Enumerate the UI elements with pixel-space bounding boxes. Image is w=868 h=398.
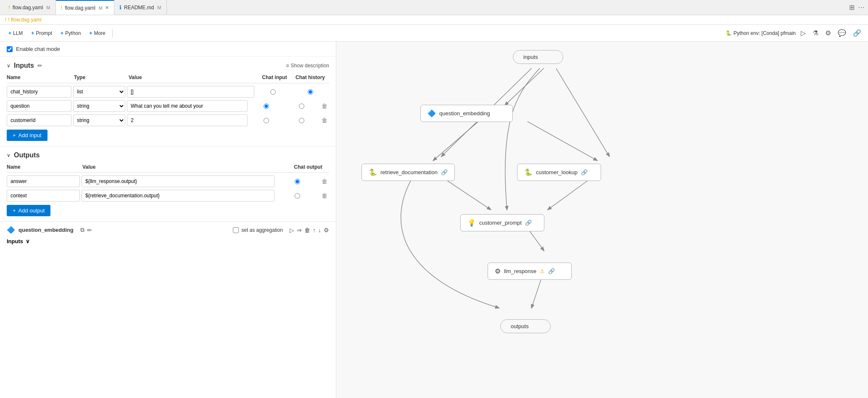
run-flow-icon[interactable]: ⇒ <box>297 227 302 233</box>
python-icon-cl: 🐍 <box>524 168 533 176</box>
link-icon-cl[interactable]: 🔗 <box>581 169 588 175</box>
chat-history-radio-question-btn[interactable] <box>299 103 304 109</box>
input-name-chat-history[interactable] <box>7 86 71 98</box>
chat-history-radio-customerid-btn[interactable] <box>299 118 304 123</box>
output-value-context[interactable] <box>82 190 274 202</box>
link-icon[interactable]: 🔗 <box>851 27 863 39</box>
inputs-title: Inputs <box>14 62 34 69</box>
settings-icon[interactable]: ⚙ <box>823 27 833 39</box>
move-up-icon[interactable]: ↑ <box>313 227 316 233</box>
run-button[interactable]: ▷ <box>799 27 807 39</box>
col-type-header: Type <box>74 74 129 80</box>
add-output-button[interactable]: + Add output <box>7 205 50 216</box>
llm-icon: ⚙ <box>495 267 501 275</box>
edge-qe-cl <box>528 122 597 160</box>
add-input-button[interactable]: + Add input <box>7 130 47 141</box>
chat-output-radio-answer-btn[interactable] <box>295 179 300 184</box>
set-aggregation-checkbox[interactable] <box>233 227 239 233</box>
input-value-chat-history[interactable] <box>127 86 254 98</box>
left-panel: Enable chat mode ∨ Inputs ✏ ≡ Show descr… <box>0 42 336 398</box>
azure-icon-qe: 🔷 <box>427 109 436 117</box>
delete-context-button[interactable]: 🗑 <box>320 191 329 201</box>
inputs-edit-button[interactable]: ✏ <box>37 62 42 69</box>
tabs-container: ! flow.dag.yaml M ! flow.dag.yaml M ✕ ℹ … <box>3 0 167 15</box>
add-prompt-button[interactable]: + Prompt <box>28 29 55 38</box>
input-value-question[interactable] <box>127 100 248 112</box>
edge-inputs-cp <box>505 68 540 210</box>
add-python-button[interactable]: + Python <box>57 29 84 38</box>
chat-history-radio-chat-history-btn[interactable] <box>308 89 313 95</box>
flask-icon[interactable]: ⚗ <box>811 27 820 39</box>
input-type-customerid[interactable]: string <box>73 114 125 126</box>
llm-label: llm_response <box>504 268 536 274</box>
move-down-icon[interactable]: ↓ <box>318 227 321 233</box>
more-label: More <box>94 30 105 36</box>
hamburger-icon: ≡ <box>286 63 289 69</box>
input-row-chat-history: list <box>7 86 329 98</box>
enable-chat-checkbox[interactable] <box>7 46 13 52</box>
show-description-btn[interactable]: ≡ Show description <box>286 63 329 69</box>
col-output-name-header: Name <box>7 164 82 170</box>
azure-node-icon: 🔷 <box>7 226 15 234</box>
tab-flow1[interactable]: ! flow.dag.yaml M <box>3 0 56 15</box>
graph-node-llm-response[interactable]: ⚙ llm_response ⚠ 🔗 <box>488 263 572 280</box>
python-env-selector[interactable]: 🐍 Python env: [Conda] pfmain <box>726 30 796 36</box>
input-name-question[interactable] <box>7 100 71 112</box>
graph-node-question-embedding[interactable]: 🔷 question_embedding <box>420 105 513 122</box>
input-type-question[interactable]: string <box>73 100 125 112</box>
node-inputs-toggle[interactable]: Inputs ∨ <box>7 238 329 244</box>
chat-history-radio-chat-history <box>291 89 329 95</box>
edit-node-icon[interactable]: ✏ <box>87 227 92 233</box>
delete-node-icon[interactable]: 🗑 <box>304 227 310 233</box>
add-llm-button[interactable]: + LLM <box>5 29 26 38</box>
more-tabs-icon[interactable]: ⋯ <box>858 3 865 11</box>
outputs-collapse-button[interactable]: ∨ <box>7 152 11 158</box>
input-type-chat-history[interactable]: list <box>73 86 125 98</box>
chat-output-radio-context-btn[interactable] <box>295 193 300 199</box>
graph-node-outputs[interactable]: outputs <box>500 319 551 333</box>
tab-flow2[interactable]: ! flow.dag.yaml M ✕ <box>56 0 115 15</box>
warn-icon: ! <box>8 4 10 11</box>
link-icon-llm[interactable]: 🔗 <box>548 268 555 274</box>
link-icon-rd[interactable]: 🔗 <box>441 169 448 175</box>
chat-input-radio-question <box>249 103 283 109</box>
tab-close-button[interactable]: ✕ <box>105 5 109 11</box>
enable-chat-row: Enable chat mode <box>0 42 336 57</box>
set-aggregation-label: set as aggregation <box>241 227 283 233</box>
question-embedding-node-section: 🔷 question_embedding ⧉ ✏ set as aggregat… <box>0 221 336 249</box>
graph-node-retrieve-documentation[interactable]: 🐍 retrieve_documentation 🔗 <box>361 164 455 181</box>
python-label: Python <box>65 30 81 36</box>
split-editor-icon[interactable]: ⊞ <box>849 3 855 11</box>
chat-input-radio-chat-history-btn[interactable] <box>270 89 276 95</box>
delete-question-button[interactable]: 🗑 <box>320 101 329 111</box>
chat-input-radio-customerid-btn[interactable] <box>264 118 269 123</box>
chat-input-radio-question-btn[interactable] <box>264 103 269 109</box>
graph-node-inputs[interactable]: inputs <box>513 50 563 64</box>
outputs-title: Outputs <box>14 151 40 159</box>
prompt-icon-cp: 💡 <box>467 219 476 227</box>
run-node-icon[interactable]: ▷ <box>290 227 294 233</box>
delete-answer-button[interactable]: 🗑 <box>320 176 329 186</box>
graph-svg <box>336 42 868 398</box>
input-value-customerid[interactable] <box>127 114 248 126</box>
graph-node-customer-lookup[interactable]: 🐍 customer_lookup 🔗 <box>517 164 601 181</box>
add-more-button[interactable]: + More <box>86 29 108 38</box>
input-name-customerid[interactable] <box>7 114 71 126</box>
output-value-answer[interactable] <box>82 175 274 187</box>
output-name-answer[interactable] <box>7 175 80 187</box>
toolbar: + LLM + Prompt + Python + More 🐍 Python … <box>0 25 868 42</box>
inputs-collapse-button[interactable]: ∨ <box>7 63 11 69</box>
graph-node-customer-prompt[interactable]: 💡 customer_prompt 🔗 <box>460 214 544 231</box>
tab-bar: ! flow.dag.yaml M ! flow.dag.yaml M ✕ ℹ … <box>0 0 868 15</box>
edge-inputs-cl <box>556 68 609 156</box>
copy-node-icon[interactable]: ⧉ <box>80 226 84 233</box>
tab-readme[interactable]: ℹ README.md M <box>114 0 167 15</box>
chat-output-radio-answer <box>276 179 318 184</box>
output-row-context: 🗑 <box>7 190 329 202</box>
chat-icon[interactable]: 💬 <box>836 27 848 39</box>
output-name-context[interactable] <box>7 190 80 202</box>
right-panel: inputs 🔷 question_embedding 🐍 retrieve_d… <box>336 42 868 398</box>
node-settings-icon[interactable]: ⚙ <box>324 227 329 233</box>
link-icon-cp[interactable]: 🔗 <box>525 220 532 226</box>
delete-customerid-button[interactable]: 🗑 <box>320 115 329 125</box>
